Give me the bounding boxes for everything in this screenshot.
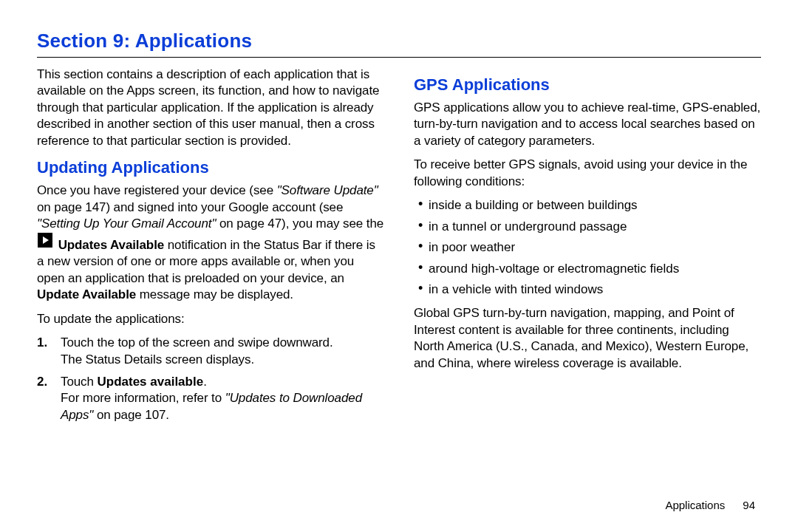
- text: message may be displayed.: [136, 287, 293, 301]
- text: on page 147) and signed into your Google…: [37, 200, 343, 214]
- to-update-lead: To update the applications:: [37, 311, 384, 327]
- bullet-item: in a tunnel or underground passage: [418, 219, 761, 235]
- step-subtext: For more information, refer to: [61, 391, 225, 405]
- bullet-item: in a vehicle with tinted windows: [418, 282, 761, 298]
- gps-conditions-lead: To receive better GPS signals, avoid usi…: [414, 157, 761, 190]
- xref-software-update: "Software Update": [277, 183, 378, 197]
- bullet-item: around high-voltage or electromagnetic f…: [418, 261, 761, 277]
- step-subtext: The Status Details screen displays.: [61, 352, 254, 366]
- page-footer: Applications94: [665, 499, 755, 511]
- text: on page 107.: [93, 408, 169, 422]
- step-text: Touch the top of the screen and swipe do…: [61, 335, 333, 349]
- intro-paragraph: This section contains a description of e…: [37, 66, 384, 149]
- updating-apps-heading: Updating Applications: [37, 157, 384, 178]
- gps-intro: GPS applications allow you to achieve re…: [414, 100, 761, 149]
- footer-section: Applications: [665, 499, 725, 511]
- text: Once you have registered your device (se…: [37, 183, 277, 197]
- updates-available-icon: [38, 233, 52, 252]
- step-1: 1. Touch the top of the screen and swipe…: [53, 335, 384, 368]
- left-column: This section contains a description of e…: [37, 66, 384, 429]
- update-available-label: Update Available: [37, 287, 136, 301]
- step-2: 2. Touch Updates available. For more inf…: [53, 374, 384, 423]
- updates-available-link: Updates available: [98, 375, 204, 389]
- xref-gmail-account: "Setting Up Your Gmail Account": [37, 216, 216, 231]
- page-number: 94: [743, 499, 755, 511]
- step-number: 2.: [37, 374, 47, 390]
- bullet-item: in poor weather: [418, 239, 761, 256]
- gps-apps-heading: GPS Applications: [414, 74, 761, 95]
- right-column: GPS Applications GPS applications allow …: [414, 66, 761, 429]
- gps-coverage: Global GPS turn-by-turn navigation, mapp…: [414, 305, 761, 372]
- section-title: Section 9: Applications: [37, 30, 761, 52]
- bullet-item: inside a building or between buildings: [418, 197, 761, 214]
- text: .: [203, 375, 207, 389]
- step-number: 1.: [37, 335, 47, 351]
- step-text: Touch: [61, 375, 98, 389]
- updates-available-label: Updates Available: [58, 238, 164, 252]
- updating-paragraph: Once you have registered your device (se…: [37, 183, 384, 304]
- text: on page 47), you may see the: [216, 216, 383, 231]
- title-rule: [37, 57, 761, 58]
